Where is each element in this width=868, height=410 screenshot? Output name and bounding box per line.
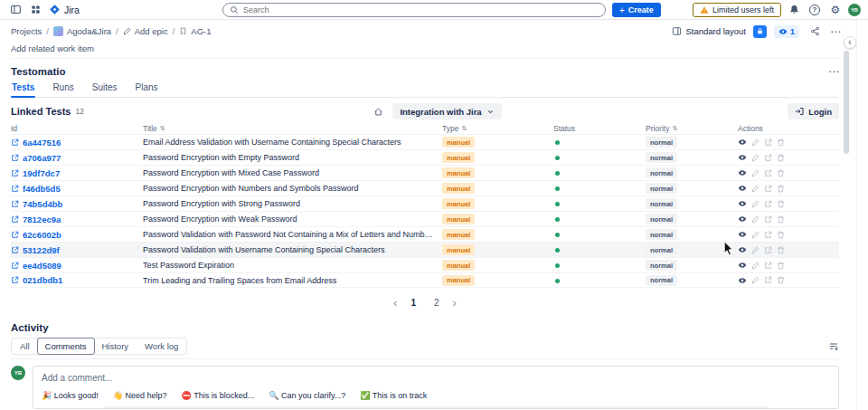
- tab-suites[interactable]: Suites: [91, 81, 118, 97]
- test-id-link[interactable]: 62c6002b: [23, 230, 61, 240]
- table-row[interactable]: 19df7dc7 Password Encryption with Mixed …: [11, 165, 839, 180]
- collapse-panel-chevron-icon[interactable]: ‹: [844, 36, 856, 49]
- delete-test-icon[interactable]: [777, 231, 785, 239]
- view-test-icon[interactable]: [738, 276, 747, 285]
- view-test-icon[interactable]: [738, 245, 747, 254]
- global-search[interactable]: [222, 3, 606, 17]
- table-row[interactable]: 7812ec9a Password Encryption with Weak P…: [11, 211, 839, 226]
- share-icon[interactable]: [807, 24, 823, 40]
- view-test-icon[interactable]: [738, 230, 747, 239]
- edit-test-icon[interactable]: [751, 200, 760, 208]
- create-button[interactable]: + Create: [612, 3, 661, 17]
- tab-tests[interactable]: Tests: [11, 81, 35, 97]
- open-in-testomatio-icon[interactable]: [764, 200, 772, 208]
- test-id-link[interactable]: 19df7dc7: [23, 168, 60, 178]
- next-page-icon[interactable]: ›: [453, 297, 457, 309]
- notifications-bell-icon[interactable]: [786, 2, 802, 18]
- app-switcher-icon[interactable]: [27, 2, 43, 18]
- jira-logo[interactable]: Jira: [49, 4, 80, 15]
- activity-tab-comments[interactable]: Comments: [37, 338, 95, 355]
- activity-tab-all[interactable]: All: [12, 338, 38, 354]
- open-in-testomatio-icon[interactable]: [764, 154, 772, 162]
- view-test-icon[interactable]: [738, 184, 747, 193]
- quick-reply-on-track[interactable]: ✅ This is on track: [360, 391, 427, 400]
- column-id[interactable]: Id: [11, 124, 143, 133]
- tab-plans[interactable]: Plans: [135, 81, 159, 97]
- watchers-button[interactable]: 1: [774, 25, 799, 38]
- limited-users-button[interactable]: Limited users left: [693, 3, 781, 17]
- column-status[interactable]: Status: [553, 124, 646, 133]
- edit-test-icon[interactable]: [751, 185, 760, 193]
- edit-test-icon[interactable]: [751, 262, 760, 270]
- table-row[interactable]: 53122d9f Password Validation with Userna…: [11, 242, 839, 257]
- breadcrumb-projects[interactable]: Projects: [11, 26, 42, 36]
- search-input[interactable]: [243, 5, 599, 14]
- vertical-scrollbar[interactable]: [844, 51, 849, 154]
- view-test-icon[interactable]: [738, 215, 747, 224]
- edit-test-icon[interactable]: [751, 276, 760, 284]
- open-in-testomatio-icon[interactable]: [764, 169, 772, 177]
- view-test-icon[interactable]: [738, 138, 747, 147]
- sidebar-toggle-icon[interactable]: [7, 2, 24, 18]
- delete-test-icon[interactable]: [777, 154, 785, 162]
- column-type[interactable]: Type⇅: [442, 124, 553, 133]
- edit-test-icon[interactable]: [751, 246, 760, 254]
- sort-order-icon[interactable]: [828, 341, 839, 352]
- open-in-testomatio-icon[interactable]: [764, 138, 772, 147]
- table-row[interactable]: 021dbdb1 Trim Leading and Trailing Space…: [11, 272, 839, 288]
- tab-runs[interactable]: Runs: [52, 81, 74, 97]
- page-2-button[interactable]: 2: [429, 297, 444, 309]
- lock-restrictions-button[interactable]: [753, 25, 767, 38]
- view-test-icon[interactable]: [738, 261, 747, 270]
- open-in-testomatio-icon[interactable]: [764, 231, 772, 239]
- test-id-link[interactable]: 6a447516: [23, 138, 61, 148]
- home-icon[interactable]: [370, 103, 386, 119]
- add-related-work-item[interactable]: Add related work item: [11, 43, 839, 59]
- delete-test-icon[interactable]: [777, 262, 785, 270]
- view-test-icon[interactable]: [738, 153, 747, 162]
- edit-test-icon[interactable]: [751, 215, 760, 224]
- delete-test-icon[interactable]: [777, 215, 785, 224]
- delete-test-icon[interactable]: [777, 185, 785, 193]
- test-id-link[interactable]: 74b5d4bb: [23, 199, 62, 209]
- comment-input[interactable]: Add a comment... 🎉 Looks good! 👋 Need he…: [33, 366, 839, 409]
- more-actions-icon[interactable]: ⋯: [830, 26, 841, 37]
- column-priority[interactable]: Priority⇅: [646, 124, 738, 133]
- integration-dropdown[interactable]: Integration with Jira: [392, 103, 501, 119]
- test-id-link[interactable]: 53122d9f: [23, 245, 60, 255]
- activity-tab-history[interactable]: History: [94, 338, 137, 354]
- settings-gear-icon[interactable]: ⚙: [827, 2, 844, 18]
- test-id-link[interactable]: 021dbdb1: [23, 275, 62, 285]
- column-title[interactable]: Title⇅: [143, 124, 442, 133]
- activity-tab-worklog[interactable]: Work log: [137, 338, 186, 354]
- page-1-button[interactable]: 1: [406, 297, 420, 309]
- table-row[interactable]: ee4d5089 Test Password Expiration manual…: [11, 257, 839, 272]
- test-id-link[interactable]: ee4d5089: [23, 261, 61, 271]
- quick-reply-clarify[interactable]: 🔍 Can you clarify...?: [269, 391, 345, 400]
- edit-test-icon[interactable]: [751, 138, 760, 147]
- breadcrumb-project[interactable]: Agoda&Jira: [53, 26, 111, 36]
- edit-test-icon[interactable]: [751, 169, 760, 177]
- quick-reply-blocked[interactable]: ⛔ This is blocked...: [182, 391, 255, 400]
- open-in-testomatio-icon[interactable]: [764, 215, 772, 224]
- quick-reply-looks-good[interactable]: 🎉 Looks good!: [42, 391, 99, 400]
- user-avatar[interactable]: YB: [848, 4, 861, 16]
- delete-test-icon[interactable]: [777, 138, 785, 147]
- open-in-testomatio-icon[interactable]: [764, 246, 772, 254]
- help-icon[interactable]: ?: [807, 2, 823, 18]
- open-in-testomatio-icon[interactable]: [764, 185, 772, 193]
- view-test-icon[interactable]: [738, 199, 747, 208]
- view-test-icon[interactable]: [738, 168, 747, 177]
- open-in-testomatio-icon[interactable]: [764, 262, 772, 270]
- prev-page-icon[interactable]: ‹: [393, 297, 397, 309]
- table-row[interactable]: 74b5d4bb Password Encryption with Strong…: [11, 195, 839, 211]
- edit-test-icon[interactable]: [751, 231, 760, 239]
- table-row[interactable]: a706a977 Password Encryption with Empty …: [11, 149, 839, 165]
- testomatio-more-icon[interactable]: ⋯: [828, 66, 839, 77]
- login-button[interactable]: Login: [788, 103, 839, 119]
- delete-test-icon[interactable]: [777, 246, 785, 254]
- delete-test-icon[interactable]: [777, 169, 785, 177]
- breadcrumb-add-epic[interactable]: Add epic: [123, 26, 168, 36]
- test-id-link[interactable]: f46db5d5: [23, 184, 61, 194]
- delete-test-icon[interactable]: [777, 276, 785, 284]
